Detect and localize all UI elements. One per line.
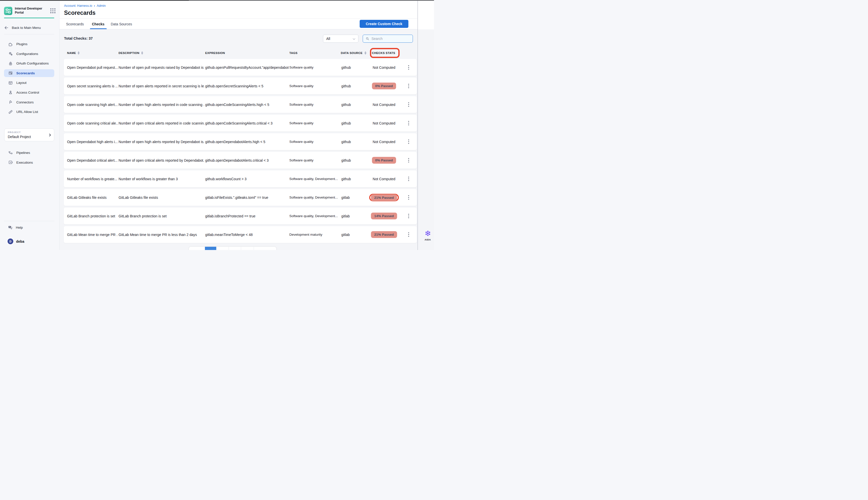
check-description: GitLab Gitleaks file exists [119,189,204,206]
pagination-page[interactable] [241,247,254,250]
gears-icon [8,51,13,56]
help-chat-icon: ? [8,225,13,230]
aida-icon [424,233,431,237]
project-name: Default Project [8,135,31,139]
sort-icon [141,52,143,55]
sidebar-item-url-allow-list[interactable]: URL Allow List [4,108,54,116]
table-row[interactable]: GitLab Mean time to merge PR ... GitLab … [64,226,417,243]
check-data-source: github [341,152,364,169]
check-tags: Software quality [289,152,341,169]
pagination-page[interactable] [229,247,241,250]
check-data-source: github [341,115,364,132]
table-row[interactable]: Open Dependabot critical alert... Number… [64,152,417,169]
check-data-source: gitlab [341,207,364,224]
table-row[interactable]: GitLab Gitleaks file exists GitLab Gitle… [64,189,417,206]
row-menu-button[interactable] [406,118,411,128]
column-header-description[interactable]: DESCRIPTION [119,52,143,55]
app-switcher-icon[interactable] [50,8,56,13]
tab-scorecards[interactable]: Scorecards [66,22,84,26]
aida-label: AIDA [423,238,432,241]
table-row[interactable]: Open code scanning high alert... Number … [64,96,417,113]
check-tags: Software quality, Development... [289,207,341,224]
table-row[interactable]: Number of workflows is greate... Number … [64,170,417,187]
row-menu-button[interactable] [406,230,411,239]
pagination-page[interactable] [189,247,205,250]
breadcrumb-admin-link[interactable]: Admin [97,4,105,8]
tab-checks[interactable]: Checks [92,22,104,26]
row-menu-button[interactable] [406,211,411,221]
check-stats: 21% Passed [369,189,399,206]
sidebar-admin-nav: Plugins Configurations OAuth Configurati… [4,40,54,116]
check-expression: gitlab.isBranchProtected == true [205,207,289,224]
aida-assistant-button[interactable]: AIDA [423,230,432,241]
sidebar-divider [4,221,54,221]
column-header-name[interactable]: NAME [67,52,80,55]
sidebar-item-executions[interactable]: Executions [4,159,54,167]
sidebar-item-plugins[interactable]: Plugins [4,40,54,48]
pagination-page-active[interactable] [205,247,216,250]
back-to-main-menu-label: Back to Main Menu [12,26,41,30]
row-menu-button[interactable] [406,155,411,165]
table-row[interactable]: GitLab Branch protection is set GitLab B… [64,207,417,224]
check-name: Open Dependabot pull request... [67,59,118,76]
row-menu-button[interactable] [406,100,411,110]
row-menu-button[interactable] [406,193,411,202]
row-menu-button[interactable] [406,174,411,184]
table-row[interactable]: Open Dependabot pull request... Number o… [64,59,417,76]
check-stats: 14% Passed [369,207,399,224]
sidebar-item-configurations[interactable]: Configurations [4,50,54,58]
table-row[interactable]: Open secret scanning alerts is ... Numbe… [64,78,417,94]
sidebar: Internal Developer Portal Back to Main M… [0,0,59,250]
search-input[interactable] [371,37,417,41]
avatar: D [8,238,13,244]
table-row[interactable]: Open Dependabot high alerts i... Number … [64,133,417,150]
check-description: Number of open alerts reported in secret… [119,78,204,94]
help-label: Help [16,226,23,229]
puzzle-icon [8,42,13,47]
sidebar-item-layout[interactable]: Layout [4,79,54,87]
check-expression: gitlab.isFileExists.".gitleaks.toml" == … [205,189,289,206]
app-root: Internal Developer Portal Back to Main M… [0,0,434,250]
check-name: GitLab Branch protection is set [67,207,118,224]
sidebar-item-scorecards[interactable]: Scorecards [4,69,54,77]
check-description: Number of open critical alerts reported … [119,115,204,132]
create-custom-check-button[interactable]: Create Custom Check [360,20,408,28]
filter-dropdown[interactable]: All [323,35,358,43]
check-tags: Software quality [289,78,341,94]
sidebar-item-access-control[interactable]: Access Control [4,89,54,96]
connector-icon [8,100,13,105]
sidebar-item-pipelines[interactable]: Pipelines [4,149,54,157]
column-header-tags[interactable]: TAGS [289,52,298,55]
row-menu-button[interactable] [406,137,411,147]
table-row[interactable]: Open code scanning critical ale... Numbe… [64,115,417,132]
pagination-page[interactable] [254,247,276,250]
row-menu-button[interactable] [406,81,411,91]
check-expression: gitlab.meanTimeToMerge < 48 [205,226,289,243]
user-name: deba [16,239,24,243]
check-name: Open code scanning high alert... [67,96,118,113]
check-tags: Software quality [289,115,341,132]
sidebar-item-connectors[interactable]: Connectors [4,99,54,106]
user-menu[interactable]: D deba [4,237,54,245]
arrow-left-icon [4,25,9,30]
pagination-page[interactable] [216,247,229,250]
back-to-main-menu-button[interactable]: Back to Main Menu [4,24,54,31]
project-selector[interactable]: PROJECT Default Project [4,128,54,141]
column-header-expression[interactable]: EXPRESSION [205,52,225,55]
column-header-checks-stats[interactable]: CHECKS STATS [372,52,395,55]
search-icon [365,37,369,41]
check-description: Number of workflows is greater than 3 [119,170,204,187]
check-description: Number of open pull requests raised by D… [119,59,204,76]
sidebar-divider [4,34,54,34]
help-button[interactable]: ? Help [4,224,54,231]
column-header-data-source[interactable]: DATA SOURCE [341,52,366,55]
check-name: Open secret scanning alerts is ... [67,78,118,94]
chevron-right-icon: › [94,4,95,8]
row-menu-button[interactable] [406,62,411,72]
window-top-strip [0,0,434,1]
pagination[interactable] [189,247,276,250]
breadcrumb-account-link[interactable]: Account: Harness.io [64,4,92,8]
tab-data-sources[interactable]: Data Sources [111,22,132,26]
sidebar-item-oauth-configurations[interactable]: OAuth Configurations [4,59,54,67]
content-right-divider [418,0,418,250]
